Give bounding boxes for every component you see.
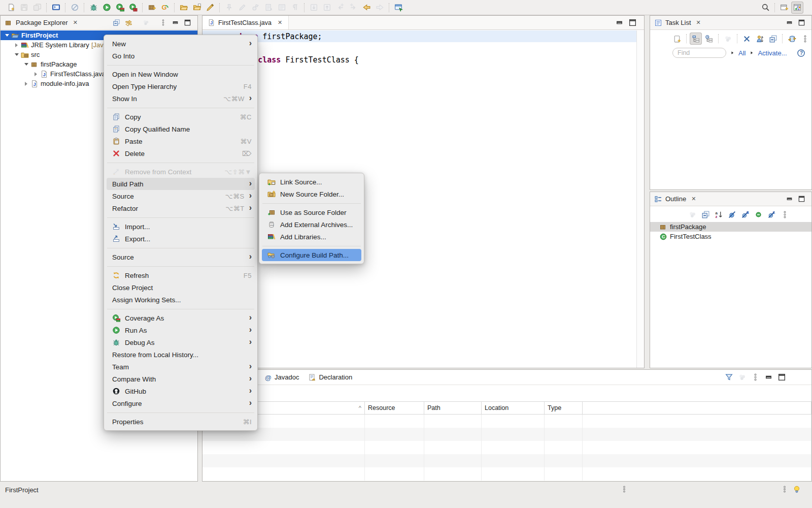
person-icon[interactable] <box>754 33 766 45</box>
menu-item-source[interactable]: Source› <box>107 251 255 263</box>
green-dot-icon[interactable] <box>752 208 764 220</box>
cat-tree-icon[interactable] <box>690 33 702 45</box>
new-jproject-icon[interactable] <box>146 2 158 14</box>
hide-x-icon[interactable] <box>740 33 753 45</box>
expand-arrow-icon[interactable] <box>749 50 754 55</box>
win-max-icon[interactable] <box>796 17 807 28</box>
menu-item-copy-qualified-name[interactable]: Copy Qualified Name <box>107 123 255 135</box>
win-max-icon[interactable] <box>796 194 807 205</box>
tip-lightbulb-icon[interactable] <box>793 485 801 493</box>
close-view-icon[interactable]: ✕ <box>695 19 702 26</box>
console-icon[interactable] <box>50 2 62 14</box>
new-wizard-icon[interactable] <box>5 2 17 14</box>
menu-item-compare-with[interactable]: Compare With› <box>107 373 255 385</box>
outline-item-firstpackage[interactable]: firstPackage <box>650 222 811 232</box>
chevron-down-icon[interactable] <box>3 34 11 37</box>
chevron-right-icon[interactable] <box>13 43 20 47</box>
run-icon[interactable] <box>100 2 113 14</box>
menu-item-copy[interactable]: Copy⌘C <box>107 111 255 123</box>
menu-item-source[interactable]: Source⌥⌘S› <box>107 190 255 202</box>
win-min-icon[interactable] <box>784 17 795 28</box>
menu-item-team[interactable]: Team› <box>107 361 255 373</box>
sync-db-icon[interactable] <box>786 33 798 45</box>
menu-item-export[interactable]: Export... <box>107 233 255 245</box>
menu-item-assign-working-sets[interactable]: Assign Working Sets... <box>107 294 255 306</box>
menu-item-run-as[interactable]: Run As› <box>107 324 255 336</box>
close-tab-icon[interactable]: ✕ <box>277 19 283 26</box>
menu-item-import[interactable]: Import... <box>107 220 255 233</box>
menu-item-add-libraries[interactable]: Add Libraries... <box>262 231 361 243</box>
new-task-icon[interactable] <box>671 33 683 45</box>
search-icon[interactable] <box>759 2 771 14</box>
help-icon[interactable]: ? <box>797 49 805 57</box>
menu-item-github[interactable]: GitHub› <box>107 385 255 397</box>
menu-item-refresh[interactable]: RefreshF5 <box>107 269 255 281</box>
git-g-icon[interactable]: G <box>159 2 171 14</box>
collapse-win-icon[interactable] <box>699 208 712 220</box>
menu-item-close-project[interactable]: Close Project <box>107 281 255 294</box>
debug-icon[interactable] <box>87 2 99 14</box>
column-header-path[interactable]: Path <box>424 402 482 414</box>
status-kebab-icon[interactable] <box>781 485 789 493</box>
hide-l-icon[interactable]: L <box>765 208 777 220</box>
menu-item-restore-from-local-history[interactable]: Restore from Local History... <box>107 348 255 361</box>
menu-item-refactor[interactable]: Refactor⌥⌘T› <box>107 202 255 214</box>
link-editor-icon[interactable] <box>123 17 134 28</box>
menu-item-open-type-hierarchy[interactable]: Open Type HierarchyF4 <box>107 80 255 92</box>
chevron-down-icon[interactable] <box>22 63 30 66</box>
win-min-icon[interactable] <box>170 17 181 28</box>
menu-item-new[interactable]: New› <box>107 38 255 50</box>
outline-item-firsttestclass[interactable]: CFirstTestClass <box>650 232 811 241</box>
menu-item-open-in-new-window[interactable]: Open in New Window <box>107 68 255 80</box>
win-max-icon[interactable] <box>775 371 788 384</box>
chevron-right-icon[interactable] <box>32 72 40 76</box>
tab-javadoc[interactable]: @ Javadoc <box>259 370 303 385</box>
win-min-icon[interactable] <box>613 17 625 29</box>
menu-item-show-in[interactable]: Show In⌥⌘W› <box>107 92 255 105</box>
win-min-icon[interactable] <box>762 371 774 384</box>
filter-all-link[interactable]: All <box>738 49 746 57</box>
back-gold-icon[interactable] <box>360 2 373 14</box>
persp-new-icon[interactable] <box>778 2 790 14</box>
menu-item-new-source-folder[interactable]: New Source Folder... <box>262 188 361 200</box>
hide-s-icon[interactable]: S <box>739 208 751 220</box>
overview-ruler[interactable] <box>636 30 644 368</box>
column-header-location[interactable]: Location <box>482 402 545 414</box>
menu-item-add-external-archives[interactable]: 010Add External Archives... <box>262 218 361 231</box>
search-pen-icon[interactable] <box>204 2 216 14</box>
win-min-icon[interactable] <box>784 194 795 205</box>
sort-az-icon[interactable]: az <box>713 208 725 220</box>
collapse-all-icon[interactable] <box>111 17 122 28</box>
win-max-icon[interactable] <box>626 17 638 29</box>
tab-declaration[interactable]: Declaration <box>303 370 357 385</box>
kebab-icon[interactable] <box>157 17 168 28</box>
menu-item-build-path[interactable]: Build Path› <box>107 178 255 190</box>
sched-tree-icon[interactable] <box>703 33 715 45</box>
win-max-icon[interactable] <box>182 17 193 28</box>
pin-editor-icon[interactable] <box>392 2 404 14</box>
menu-item-use-as-source-folder[interactable]: Use as Source Folder <box>262 206 361 218</box>
menu-item-coverage-as[interactable]: Coverage As› <box>107 312 255 324</box>
expand-arrow-icon[interactable] <box>730 50 735 55</box>
menu-item-go-into[interactable]: Go Into <box>107 50 255 62</box>
kebab-icon[interactable] <box>799 33 811 45</box>
menu-item-paste[interactable]: Paste⌘V <box>107 135 255 147</box>
kebab-icon[interactable] <box>779 208 791 220</box>
collapse-win-icon[interactable] <box>767 33 779 45</box>
close-view-icon[interactable]: ✕ <box>690 196 697 202</box>
skip-bp-icon[interactable] <box>69 2 81 14</box>
menu-item-configure-build-path[interactable]: Configure Build Path... <box>262 249 361 261</box>
find-input[interactable] <box>672 48 726 58</box>
menu-item-link-source[interactable]: Link Source... <box>262 176 361 188</box>
persp-java-icon[interactable]: J <box>791 2 803 14</box>
chevron-down-icon[interactable] <box>13 53 20 56</box>
coverage-icon[interactable] <box>114 2 126 14</box>
close-view-icon[interactable]: ✕ <box>72 19 79 26</box>
hide-ball-icon[interactable] <box>726 208 738 220</box>
column-header-resource[interactable]: Resource <box>365 402 424 414</box>
column-header-type[interactable]: Type <box>545 402 583 414</box>
folder-a-icon[interactable] <box>178 2 190 14</box>
editor-tab[interactable]: J FirstTestClass.java ✕ <box>202 16 289 29</box>
menu-item-debug-as[interactable]: Debug As› <box>107 336 255 348</box>
activate-link[interactable]: Activate... <box>758 49 787 57</box>
